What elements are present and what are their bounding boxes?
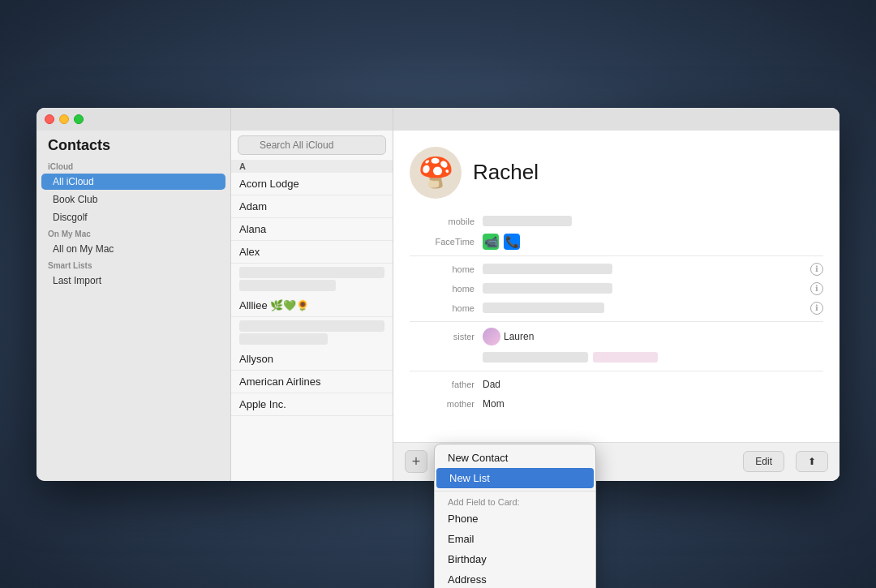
minimize-button[interactable] — [59, 114, 69, 124]
field-row-sister-blur — [393, 348, 840, 367]
field-value-home-1-blur — [483, 264, 612, 274]
contact-item-allyson[interactable]: Allyson — [231, 348, 393, 371]
contact-blur-3 — [239, 320, 384, 332]
search-input[interactable] — [238, 135, 386, 155]
sidebar-title: Contacts — [36, 131, 230, 159]
add-button[interactable]: + — [405, 450, 427, 473]
menu-separator-1 — [435, 491, 595, 491]
contact-item-apple-inc[interactable]: Apple Inc. — [231, 393, 393, 416]
sidebar-item-all-icloud[interactable]: All iCloud — [41, 174, 225, 190]
contact-blur-4 — [239, 333, 328, 345]
main-window: Contacts iCloud All iCloud Book Club Dis… — [36, 108, 840, 481]
field-row-home-1: home ℹ — [393, 260, 840, 279]
field-value-sister: Lauren — [504, 331, 534, 342]
contact-item-alex[interactable]: Alex — [231, 241, 393, 264]
field-row-facetime: FaceTime 📹 📞 — [393, 231, 840, 252]
contact-item-acorn-lodge[interactable]: Acorn Lodge — [231, 173, 393, 195]
detail-panel: 🍄 Rachel mobile FaceTime 📹 📞 home — [393, 108, 840, 481]
field-value-home-3-blur — [483, 303, 604, 313]
field-label-mobile: mobile — [410, 217, 474, 226]
sidebar-item-last-import[interactable]: Last Import — [41, 273, 225, 289]
close-button[interactable] — [45, 114, 54, 124]
contacts-list-header — [231, 108, 393, 131]
contact-item-adam[interactable]: Adam — [231, 195, 393, 218]
separator-1 — [410, 255, 823, 256]
menu-item-phone[interactable]: Phone — [435, 509, 595, 529]
contact-blur-1 — [239, 267, 384, 278]
menu-item-birthday[interactable]: Birthday — [435, 549, 595, 569]
titlebar — [36, 108, 230, 131]
contact-item-american-airlines[interactable]: American Airlines — [231, 371, 393, 393]
contacts-list: 🔍 A Acorn Lodge Adam Alana Alex Allliee … — [231, 108, 393, 481]
maximize-button[interactable] — [74, 114, 84, 124]
on-my-mac-section-label: On My Mac — [36, 226, 230, 240]
contact-blur-2 — [239, 280, 336, 291]
plus-icon: + — [412, 453, 421, 470]
field-row-mobile: mobile — [393, 212, 840, 231]
icloud-section-label: iCloud — [36, 159, 230, 173]
info-button-2[interactable]: ℹ — [810, 282, 823, 295]
contact-name: Rachel — [473, 160, 539, 185]
smart-lists-section-label: Smart Lists — [36, 258, 230, 272]
detail-content: 🍄 Rachel mobile FaceTime 📹 📞 home — [393, 131, 840, 442]
field-value-mobile-blur — [483, 216, 572, 226]
field-row-home-2: home ℹ — [393, 279, 840, 298]
avatar: 🍄 — [410, 147, 462, 199]
field-value-home-2-blur — [483, 283, 612, 294]
separator-2 — [410, 321, 823, 322]
field-row-mother: mother Mom — [393, 394, 840, 414]
facetime-icons: 📹 📞 — [483, 234, 520, 250]
sister-avatar — [483, 328, 500, 346]
field-row-father: father Dad — [393, 375, 840, 394]
contact-item-alana[interactable]: Alana — [231, 218, 393, 241]
field-label-facetime: FaceTime — [410, 237, 474, 247]
sidebar: Contacts iCloud All iCloud Book Club Dis… — [36, 108, 231, 481]
sidebar-item-discgolf[interactable]: Discgolf — [41, 209, 225, 225]
separator-3 — [410, 371, 823, 371]
field-value-mother: Mom — [483, 398, 505, 410]
field-value-sister-blur — [483, 352, 588, 363]
contact-hero: 🍄 Rachel — [393, 139, 840, 212]
info-button-3[interactable]: ℹ — [810, 302, 823, 315]
facetime-phone-icon[interactable]: 📞 — [504, 234, 520, 250]
sidebar-item-all-on-my-mac[interactable]: All on My Mac — [41, 241, 225, 257]
menu-item-address[interactable]: Address — [435, 569, 595, 589]
field-label-home-1: home — [410, 264, 474, 274]
menu-item-email[interactable]: Email — [435, 529, 595, 549]
field-label-home-2: home — [410, 284, 474, 294]
edit-button[interactable]: Edit — [743, 451, 784, 472]
info-button-1[interactable]: ℹ — [810, 263, 823, 276]
detail-header-bar — [393, 108, 840, 131]
avatar-emoji: 🍄 — [418, 156, 454, 190]
dropdown-menu: New Contact New List Add Field to Card: … — [434, 444, 596, 589]
menu-item-new-list[interactable]: New List — [436, 468, 594, 488]
share-button[interactable]: ⬆ — [796, 451, 828, 472]
sister-blur-2 — [593, 352, 658, 363]
field-row-sister: sister Lauren — [393, 325, 840, 348]
field-label-home-3: home — [410, 303, 474, 313]
menu-add-field-label: Add Field to Card: — [435, 494, 595, 509]
field-label-sister: sister — [410, 332, 474, 341]
facetime-video-icon[interactable]: 📹 — [483, 234, 499, 250]
field-row-home-3: home ℹ — [393, 298, 840, 318]
field-label-mother: mother — [410, 399, 474, 409]
search-box: 🔍 — [231, 131, 393, 160]
section-header-a: A — [231, 160, 393, 173]
menu-item-new-contact[interactable]: New Contact — [435, 448, 595, 468]
sidebar-item-book-club[interactable]: Book Club — [41, 191, 225, 208]
contact-item-allliee[interactable]: Allliee 🌿💚🌻 — [231, 294, 393, 317]
field-value-father: Dad — [483, 379, 500, 390]
field-label-father: father — [410, 380, 474, 389]
